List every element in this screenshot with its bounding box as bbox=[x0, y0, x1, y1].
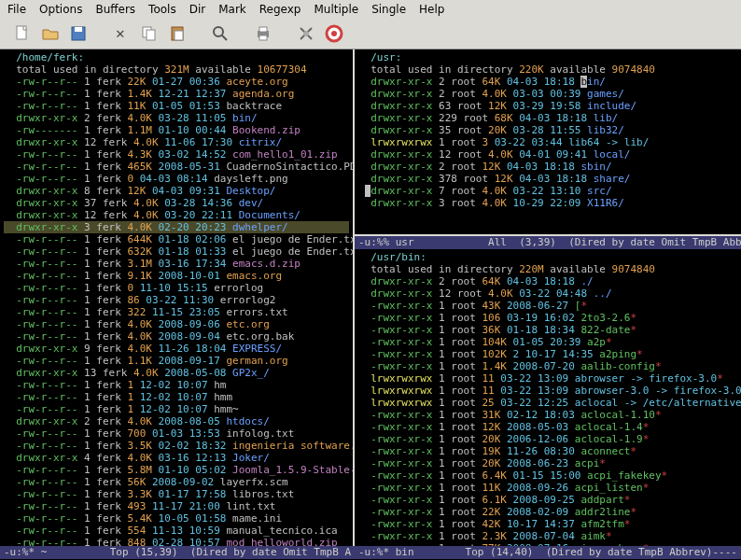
file-row[interactable]: -rw-r--r-- 1 ferk 11K 01-05 01:53 backtr… bbox=[4, 100, 349, 112]
file-row[interactable]: -rw-r--r-- 1 ferk 465K 2008-05-31 Cuader… bbox=[4, 161, 349, 173]
file-row[interactable]: drwxr-xr-x 37 ferk 4.0K 03-28 14:36 dev/ bbox=[4, 197, 349, 209]
file-row[interactable]: -rw-r--r-- 1 ferk 9.1K 2008-10-01 emacs.… bbox=[4, 270, 349, 282]
file-row[interactable]: -rwxr-xr-x 1 root 6.4K 01-15 15:00 acpi_… bbox=[358, 469, 741, 482]
file-row[interactable]: drwxr-xr-x 2 ferk 4.0K 03-28 11:05 bin/ bbox=[4, 112, 349, 124]
file-row[interactable]: -rw------- 1 ferk 1.1M 01-10 00:44 Booke… bbox=[4, 124, 349, 136]
file-row[interactable]: -rw-r--r-- 1 ferk 1.1K 2008-09-17 german… bbox=[4, 355, 349, 367]
menu-dir[interactable]: Dir bbox=[189, 3, 206, 16]
menu-regexp[interactable]: Regexp bbox=[259, 3, 301, 16]
file-row[interactable]: drwxr-xr-x 378 root 12K 04-03 18:18 shar… bbox=[358, 173, 741, 185]
file-row[interactable]: -rwxr-xr-x 1 root 102K 2 10-17 14:35 a2p… bbox=[358, 348, 741, 360]
file-row[interactable]: lrwxrwxrwx 1 root 3 03-22 03:44 lib64 ->… bbox=[358, 136, 741, 148]
file-row[interactable]: -rwxr-xr-x 1 root 31K 02-12 18:03 acloca… bbox=[358, 409, 741, 421]
file-row[interactable]: drwxr-xr-x 2 root 12K 04-03 18:18 sbin/ bbox=[358, 161, 741, 173]
file-row[interactable]: -rwxr-xr-x 1 root 43K 2008-06-27 [* bbox=[358, 300, 741, 312]
file-row[interactable]: -rw-r--r-- 1 ferk 0 04-03 08:14 daysleft… bbox=[4, 173, 349, 185]
file-row[interactable]: drwxr-xr-x 12 root 4.0K 04-01 09:41 loca… bbox=[358, 148, 741, 161]
file-row[interactable]: -rwxr-xr-x 1 root 1.4K 2008-07-20 aalib-… bbox=[358, 360, 741, 372]
file-row[interactable]: -rwxr-xr-x 1 root 12K 2008-05-03 aclocal… bbox=[358, 421, 741, 433]
file-row[interactable]: drwxr-xr-x 13 ferk 4.0K 2008-05-08 GP2x_… bbox=[4, 367, 349, 379]
file-row[interactable]: -rw-r--r-- 1 ferk 632K 01-18 01:33 el ju… bbox=[4, 245, 349, 258]
file-row[interactable]: drwxr-xr-x 7 root 4.0K 03-22 13:10 src/ bbox=[358, 185, 741, 197]
pane-top-right[interactable]: /usr: total used in directory 220K avail… bbox=[355, 49, 741, 236]
file-row[interactable]: -rw-r--r-- 1 ferk 493 11-17 21:00 lint.t… bbox=[4, 500, 349, 512]
file-row[interactable]: -rwxr-xr-x 1 root 77K 2008-07-16 aircrac… bbox=[358, 542, 741, 546]
file-row[interactable]: -rw-r--r-- 1 ferk 1.4K 12-21 12:37 agend… bbox=[4, 88, 349, 100]
file-row[interactable]: -rw-r--r-- 1 ferk 4.0K 2008-09-04 etc.or… bbox=[4, 330, 349, 343]
new-file-icon[interactable] bbox=[11, 22, 34, 45]
file-row[interactable]: drwxr-xr-x 12 root 4.0K 03-22 04:48 ../ bbox=[358, 287, 741, 300]
paste-icon[interactable] bbox=[166, 22, 189, 45]
file-row[interactable]: drwxr-xr-x 3 root 4.0K 10-29 22:09 X11R6… bbox=[358, 197, 741, 209]
file-row[interactable]: drwxr-xr-x 2 root 64K 04-03 18:18 ./ bbox=[358, 275, 741, 287]
preferences-icon[interactable] bbox=[295, 22, 317, 45]
file-row[interactable]: drwxr-xr-x 4 ferk 4.0K 03-16 12:13 Joker… bbox=[4, 452, 349, 464]
save-file-icon[interactable] bbox=[67, 22, 90, 45]
file-row[interactable]: lrwxrwxrwx 1 root 11 03-22 13:09 abrowse… bbox=[358, 372, 741, 385]
help-icon[interactable] bbox=[323, 22, 345, 45]
svg-point-15 bbox=[303, 31, 309, 36]
mode-indicator: -u:%* ~ bbox=[4, 546, 47, 559]
file-row[interactable]: -rw-r--r-- 1 ferk 1 12-02 10:07 hmm~ bbox=[4, 403, 349, 415]
file-row[interactable]: -rw-r--r-- 1 ferk 700 01-03 13:53 infolo… bbox=[4, 427, 349, 440]
file-row[interactable]: drwxr-xr-x 229 root 68K 04-03 18:18 lib/ bbox=[358, 112, 741, 124]
file-row[interactable]: -rw-r--r-- 1 ferk 4.3K 03-02 14:52 com_h… bbox=[4, 148, 349, 161]
menu-mark[interactable]: Mark bbox=[218, 3, 246, 16]
file-row[interactable]: -rw-r--r-- 1 ferk 0 11-10 15:15 errorlog bbox=[4, 282, 349, 294]
menubar[interactable]: FileOptionsBuffersToolsDirMarkRegexpMult… bbox=[0, 0, 741, 19]
file-row[interactable]: drwxr-xr-x 3 ferk 4.0K 02-20 20:23 dwhel… bbox=[4, 221, 349, 233]
print-icon[interactable] bbox=[252, 22, 274, 45]
file-row[interactable]: drwxr-xr-x 2 ferk 4.0K 2008-08-05 htdocs… bbox=[4, 415, 349, 427]
menu-single[interactable]: Single bbox=[371, 3, 406, 16]
file-row[interactable]: -rwxr-xr-x 1 root 42K 10-17 14:37 afm2tf… bbox=[358, 518, 741, 530]
menu-buffers[interactable]: Buffers bbox=[95, 3, 135, 16]
file-row[interactable]: -rw-r--r-- 1 ferk 848 02-28 10:57 mod_he… bbox=[4, 537, 349, 546]
file-row[interactable]: -rw-r--r-- 1 ferk 5.8M 01-10 05:02 Jooml… bbox=[4, 464, 349, 476]
file-row[interactable]: -rw-r--r-- 1 ferk 86 03-22 11:30 errorlo… bbox=[4, 294, 349, 306]
menu-tools[interactable]: Tools bbox=[148, 3, 176, 16]
file-row[interactable]: drwxr-xr-x 2 root 4.0K 03-03 00:39 games… bbox=[358, 88, 741, 100]
file-row[interactable]: drwxr-xr-x 12 ferk 4.0K 03-20 22:11 Docu… bbox=[4, 209, 349, 221]
file-row[interactable]: lrwxrwxrwx 1 root 25 03-22 12:25 aclocal… bbox=[358, 397, 741, 409]
file-row[interactable]: -rw-r--r-- 1 ferk 22K 01-27 00:36 aceyte… bbox=[4, 76, 349, 88]
pane-bottom-right[interactable]: /usr/bin: total used in directory 220M a… bbox=[355, 249, 741, 546]
file-row[interactable]: drwxr-xr-x 35 root 20K 03-28 11:55 lib32… bbox=[358, 124, 741, 136]
file-row[interactable]: -rw-r--r-- 1 ferk 322 11-15 23:05 errors… bbox=[4, 306, 349, 318]
file-row[interactable]: -rwxr-xr-x 1 root 22K 2008-02-09 addr2li… bbox=[358, 506, 741, 518]
file-row[interactable]: -rw-r--r-- 1 ferk 5.4K 10-05 01:58 mame.… bbox=[4, 512, 349, 525]
cut-icon[interactable]: ✕ bbox=[110, 22, 133, 45]
menu-options[interactable]: Options bbox=[39, 3, 82, 16]
file-row[interactable]: -rw-r--r-- 1 ferk 554 11-13 10:59 manual… bbox=[4, 525, 349, 537]
file-row[interactable]: drwxr-xr-x 63 root 12K 03-29 19:58 inclu… bbox=[358, 100, 741, 112]
file-row[interactable]: -rw-r--r-- 1 ferk 56K 2008-09-02 layerfx… bbox=[4, 476, 349, 488]
file-row[interactable]: -rwxr-xr-x 1 root 11K 2008-09-26 acpi_li… bbox=[358, 482, 741, 494]
file-row[interactable]: -rwxr-xr-x 1 root 36K 01-18 18:34 822-da… bbox=[358, 324, 741, 336]
svg-rect-2 bbox=[75, 27, 82, 32]
file-row[interactable]: -rw-r--r-- 1 ferk 3.1M 03-16 17:34 emacs… bbox=[4, 258, 349, 270]
file-row[interactable]: drwxr-xr-x 12 ferk 4.0K 11-06 17:30 citr… bbox=[4, 136, 349, 148]
file-row[interactable]: -rw-r--r-- 1 ferk 4.0K 2008-09-06 etc.or… bbox=[4, 318, 349, 330]
file-row[interactable]: -rw-r--r-- 1 ferk 1 12-02 10:07 hm bbox=[4, 379, 349, 391]
copy-icon[interactable] bbox=[138, 22, 161, 45]
file-row[interactable]: -rwxr-xr-x 1 root 20K 2006-12-06 aclocal… bbox=[358, 433, 741, 445]
file-row[interactable]: -rw-r--r-- 1 ferk 3.5K 02-02 18:32 ingen… bbox=[4, 440, 349, 452]
file-row[interactable]: drwxr-xr-x 9 ferk 4.0K 11-26 18:04 EXPRE… bbox=[4, 343, 349, 355]
open-file-icon[interactable] bbox=[39, 22, 62, 45]
file-row[interactable]: -rwxr-xr-x 1 root 20K 2008-06-23 acpi* bbox=[358, 457, 741, 469]
file-row[interactable]: lrwxrwxrwx 1 root 11 03-22 13:09 abrowse… bbox=[358, 385, 741, 397]
menu-file[interactable]: File bbox=[7, 3, 26, 16]
menu-help[interactable]: Help bbox=[419, 3, 444, 16]
file-row[interactable]: -rw-r--r-- 1 ferk 644K 01-18 02:06 el ju… bbox=[4, 233, 349, 245]
file-row[interactable]: drwxr-xr-x 2 root 64K 04-03 18:18 bin/ bbox=[358, 76, 741, 88]
pane-left[interactable]: /home/ferk: total used in directory 321M… bbox=[0, 49, 353, 546]
file-row[interactable]: -rwxr-xr-x 1 root 19K 11-26 08:30 aconne… bbox=[358, 445, 741, 457]
file-row[interactable]: -rwxr-xr-x 1 root 2.3K 2008-07-04 aimk* bbox=[358, 530, 741, 542]
file-row[interactable]: -rw-r--r-- 1 ferk 1 12-02 10:07 hmm bbox=[4, 391, 349, 403]
search-icon[interactable] bbox=[209, 22, 231, 45]
file-row[interactable]: -rw-r--r-- 1 ferk 3.3K 01-17 17:58 libro… bbox=[4, 488, 349, 500]
file-row[interactable]: -rwxr-xr-x 1 root 6.1K 2008-09-25 addpar… bbox=[358, 494, 741, 506]
file-row[interactable]: drwxr-xr-x 8 ferk 12K 04-03 09:31 Deskto… bbox=[4, 185, 349, 197]
file-row[interactable]: -rwxr-xr-x 1 root 104K 01-05 20:39 a2p* bbox=[358, 336, 741, 348]
menu-multiple[interactable]: Multiple bbox=[314, 3, 358, 16]
file-row[interactable]: -rwxr-xr-x 1 root 106 03-19 16:02 2to3-2… bbox=[358, 312, 741, 324]
